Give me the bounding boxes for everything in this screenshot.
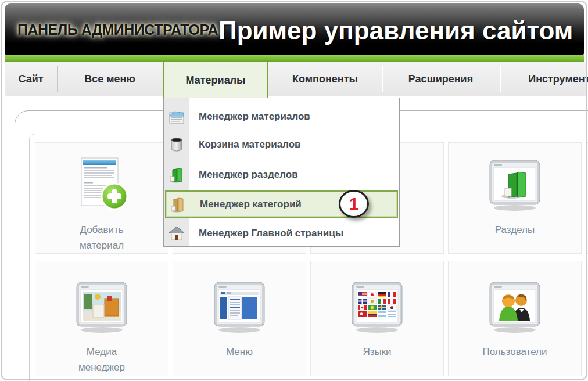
main-menu-bar: Сайт Все меню Материалы Компоненты Расши… <box>5 62 586 96</box>
dropdown-separator <box>191 160 396 160</box>
menu-item-section-manager[interactable]: Менеджер разделов <box>164 161 399 189</box>
content-menu-dropdown: Менеджер материалов Корзина материалов <box>163 98 400 247</box>
dropdown-item-label: Менеджер Главной страницы <box>199 228 343 239</box>
dropdown-item-label: Менеджер материалов <box>199 111 310 123</box>
menu-item-label: Материалы <box>186 74 246 87</box>
dropdown-item-label: Менеджер категорий <box>200 199 302 210</box>
sections-icon <box>487 151 542 221</box>
menu-item-label: Расширения <box>408 73 473 85</box>
media-manager-icon <box>74 273 129 343</box>
menu-item-label: Компоненты <box>292 73 358 85</box>
menu-item-frontpage-manager[interactable]: Менеджер Главной страницы <box>164 220 399 247</box>
tile-label: Добавить материал <box>35 221 168 253</box>
article-manager-icon <box>168 108 185 125</box>
home-icon <box>168 225 185 242</box>
trash-icon <box>168 136 185 153</box>
dropdown-item-label: Корзина материалов <box>199 139 301 150</box>
tan-folders-icon <box>169 196 187 213</box>
menu-item-label: Все меню <box>84 73 135 85</box>
dropdown-item-label: Менеджер разделов <box>199 169 298 181</box>
tile-cut-right-row1[interactable] <box>586 142 588 254</box>
languages-icon <box>350 273 404 343</box>
menu-item-article-manager[interactable]: Менеджер материалов <box>164 103 399 131</box>
menu-manager-icon <box>212 273 267 343</box>
tile-users[interactable]: Пользователи <box>448 261 582 376</box>
add-article-icon <box>71 151 132 221</box>
page-title: Пример управления сайтом <box>218 16 573 45</box>
tile-label: Разделы <box>478 221 552 238</box>
tile-label: Меню <box>209 343 270 360</box>
menu-item-components[interactable]: Компоненты <box>268 62 382 96</box>
tile-add-article[interactable]: Добавить материал <box>35 142 168 254</box>
users-icon <box>487 273 542 343</box>
tile-sections[interactable]: Разделы <box>448 142 582 254</box>
tile-cut-right-row2[interactable] <box>586 261 588 376</box>
menu-item-extensions[interactable]: Расширения <box>382 62 500 96</box>
menu-separator <box>57 66 58 92</box>
tile-label: Языки <box>345 343 408 360</box>
accent-bar <box>5 55 584 62</box>
menu-item-site[interactable]: Сайт <box>5 62 57 96</box>
tile-label: Пользователи <box>465 343 565 360</box>
app-header: ПАНЕЛЬ АДМИНИСТРАТОРА Пример управления … <box>5 3 584 55</box>
menu-item-tools[interactable]: Инструменты <box>500 62 588 96</box>
menu-item-article-trash[interactable]: Корзина материалов <box>164 131 399 159</box>
menu-item-label: Сайт <box>18 73 43 85</box>
menu-item-label: Инструменты <box>528 73 588 85</box>
tile-menu[interactable]: Меню <box>173 261 306 376</box>
tile-media-manager[interactable]: Медиа менеджер <box>35 261 168 376</box>
menu-separator <box>500 66 500 92</box>
green-folders-icon <box>168 166 185 184</box>
admin-panel-logo: ПАНЕЛЬ АДМИНИСТРАТОРА <box>17 21 218 38</box>
tile-languages[interactable]: Языки <box>310 261 444 376</box>
step-1-badge: 1 <box>339 190 369 218</box>
menu-separator <box>382 66 382 92</box>
menu-item-content[interactable]: Материалы <box>163 62 268 98</box>
tile-label: Медиа менеджер <box>35 343 168 375</box>
menu-item-all-menus[interactable]: Все меню <box>57 62 163 96</box>
